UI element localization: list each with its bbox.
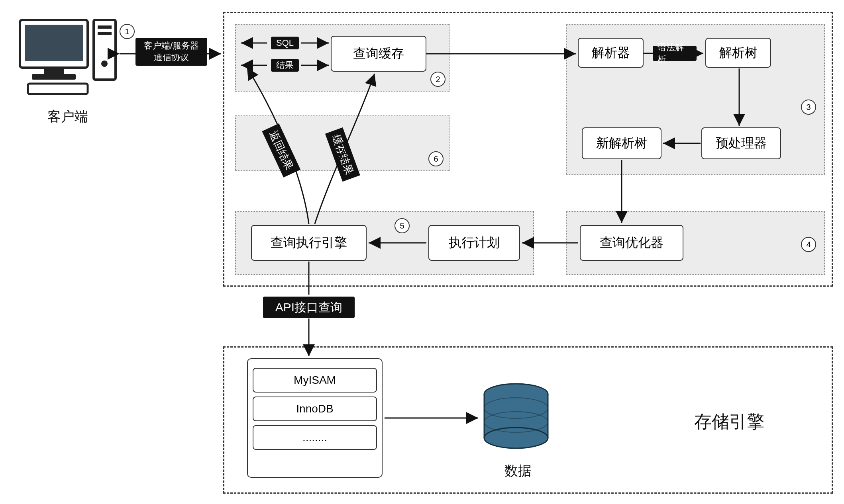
box-parse-tree: 解析树: [705, 38, 771, 68]
box-preprocessor: 预处理器: [701, 127, 781, 159]
svg-rect-4: [94, 20, 116, 80]
chip-result: 结果: [271, 59, 299, 72]
svg-point-11: [484, 428, 548, 448]
box-optimizer: 查询优化器: [580, 225, 683, 261]
engine-etc: ........: [253, 425, 377, 450]
box-new-parse-tree: 新解析树: [582, 127, 661, 159]
svg-rect-2: [44, 68, 64, 74]
box-exec-engine: 查询执行引擎: [251, 225, 367, 261]
client-icon: [16, 16, 120, 105]
box-parser: 解析器: [578, 38, 644, 68]
svg-rect-8: [28, 84, 88, 94]
database-icon: [480, 382, 552, 459]
engine-innodb: InnoDB: [253, 397, 377, 421]
text-query-cache: 查询缓存: [353, 45, 404, 63]
step-2: 2: [430, 72, 446, 87]
step-5: 5: [395, 218, 410, 233]
chip-api-query: API接口查询: [263, 297, 355, 318]
step-3: 3: [801, 100, 816, 115]
data-label: 数据: [494, 462, 542, 480]
storage-title: 存储引擎: [677, 410, 781, 434]
chip-syntax-parse: 语法解析: [653, 46, 697, 61]
svg-rect-5: [98, 25, 112, 29]
svg-rect-3: [32, 74, 76, 80]
chip-sql: SQL: [271, 37, 299, 49]
svg-rect-1: [25, 25, 83, 61]
step-1: 1: [120, 24, 135, 39]
engine-myisam: MyISAM: [253, 368, 377, 393]
diagram-canvas: 客户端 查询缓存 SQL 结果 2 解析器 语法解析 解析树 预处理器 新解析树…: [0, 0, 844, 504]
client-label: 客户端: [32, 107, 104, 126]
box-exec-plan: 执行计划: [428, 225, 520, 261]
chip-protocol: 客户端/服务器 通信协议: [135, 38, 207, 66]
step-6: 6: [428, 151, 444, 166]
box-query-cache: 查询缓存: [331, 36, 426, 72]
svg-point-7: [101, 61, 108, 67]
step-4: 4: [801, 237, 816, 252]
svg-rect-6: [98, 32, 112, 35]
engine-stack: MyISAM InnoDB ........: [247, 358, 383, 478]
